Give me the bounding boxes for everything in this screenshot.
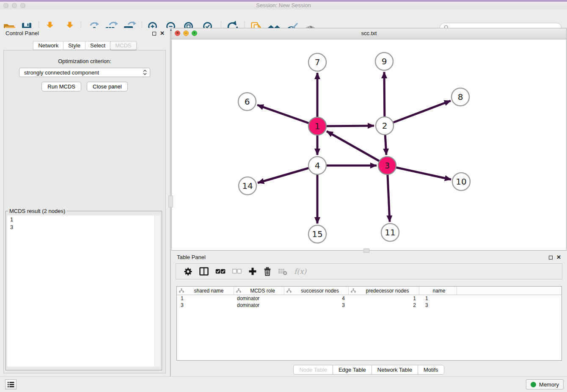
cell-shared-name: 3 [177, 302, 234, 308]
memory-status-icon [531, 382, 536, 387]
result-scrollbar[interactable] [154, 215, 160, 367]
table-row[interactable]: 3 dominator 3 2 3 [177, 302, 561, 309]
svg-text:8: 8 [458, 92, 463, 102]
node-10[interactable]: 10 [452, 173, 470, 190]
node-1[interactable]: 1 [308, 117, 326, 135]
column-header-mcds-role[interactable]: MCDS role [234, 287, 284, 295]
svg-text:7: 7 [315, 57, 320, 67]
network-view-window: ✕ − + scc.txt 7 9 6 8 1 2 [171, 28, 567, 251]
close-panel-button[interactable]: Close panel [87, 82, 128, 91]
cell-predecessor-nodes: 1 [349, 295, 419, 301]
network-canvas[interactable]: 7 9 6 8 1 2 4 3 14 10 15 11 [172, 39, 566, 250]
tab-style[interactable]: Style [63, 41, 85, 50]
cell-name: 3 [419, 302, 457, 308]
minimize-window-button[interactable] [12, 3, 17, 8]
table-panel: Table Panel ✕ f(x) shared name MCDS role… [171, 252, 567, 377]
table-tabs: Node Table Edge Table Network Table Moti… [171, 365, 567, 375]
node-14[interactable]: 14 [239, 177, 256, 195]
vertical-splitter-handle[interactable] [168, 196, 173, 207]
node-6[interactable]: 6 [238, 93, 256, 110]
network-minimize-icon[interactable]: − [183, 30, 189, 36]
node-15[interactable]: 15 [308, 225, 326, 243]
function-builder-icon[interactable]: f(x) [294, 267, 306, 276]
sort-tree-icon [286, 288, 292, 293]
control-panel-tabs: Network Style Select MCDS [0, 41, 170, 50]
edge-1-6[interactable] [257, 105, 317, 126]
svg-text:4: 4 [315, 160, 320, 171]
node-9[interactable]: 9 [375, 52, 393, 70]
settings-gear-icon[interactable] [184, 267, 193, 276]
control-panel-title: Control Panel [0, 28, 170, 39]
node-4[interactable]: 4 [308, 157, 326, 174]
sort-tree-icon [236, 288, 241, 293]
task-history-button[interactable] [5, 379, 17, 389]
control-panel: Control Panel ✕ Network Style Select MCD… [0, 28, 171, 377]
network-window-title: scc.txt [172, 28, 566, 39]
show-columns-icon[interactable] [199, 267, 209, 276]
list-icon [7, 381, 14, 388]
node-8[interactable]: 8 [451, 88, 469, 106]
mcds-result-title: MCDS result (2 nodes) [8, 208, 66, 214]
svg-text:11: 11 [385, 227, 395, 237]
column-header-name[interactable]: name [419, 287, 457, 295]
table-row[interactable]: 1 dominator 4 1 1 [177, 295, 561, 302]
float-panel-icon[interactable] [152, 32, 156, 36]
tab-node-table[interactable]: Node Table [293, 365, 333, 375]
edge-3-1[interactable] [327, 131, 387, 166]
node-7[interactable]: 7 [308, 53, 326, 71]
column-header-successor-nodes[interactable]: successor nodes [284, 287, 349, 295]
cell-shared-name: 1 [177, 295, 234, 301]
tab-motifs[interactable]: Motifs [418, 365, 444, 375]
svg-text:15: 15 [312, 229, 322, 239]
svg-text:1: 1 [315, 121, 320, 131]
network-maximize-icon[interactable]: + [192, 30, 197, 36]
node-3[interactable]: 3 [378, 157, 396, 174]
zoom-window-button[interactable] [20, 3, 25, 8]
edge-3-10[interactable] [387, 166, 451, 179]
unselect-all-icon[interactable] [232, 269, 242, 274]
horizontal-splitter-handle[interactable] [363, 248, 369, 253]
tab-select[interactable]: Select [85, 41, 110, 50]
window-title: Session: New Session [0, 2, 567, 9]
app-titlebar: Session: New Session [0, 2, 567, 10]
delete-row-icon[interactable] [264, 267, 271, 276]
tab-network-table[interactable]: Network Table [372, 365, 418, 375]
criterion-dropdown[interactable]: strongly connected component [19, 68, 150, 77]
result-node: 1 [7, 215, 160, 223]
table-header-row: shared name MCDS role successor nodes pr… [177, 287, 561, 295]
select-all-icon[interactable] [215, 268, 226, 274]
main-toolbar [0, 9, 567, 28]
cell-predecessor-nodes: 2 [349, 302, 419, 308]
close-panel-icon[interactable]: ✕ [160, 31, 165, 36]
tab-network[interactable]: Network [33, 41, 63, 50]
memory-label: Memory [539, 381, 559, 388]
window-controls [3, 3, 25, 8]
float-table-panel-icon[interactable] [549, 256, 553, 259]
control-panel-header: Control Panel ✕ [0, 28, 170, 39]
tab-mcds[interactable]: MCDS [110, 41, 136, 50]
node-11[interactable]: 11 [381, 224, 399, 241]
sort-tree-icon [179, 288, 184, 293]
add-row-icon[interactable] [248, 267, 257, 276]
table-panel-title: Table Panel [171, 252, 567, 263]
svg-text:2: 2 [382, 121, 388, 131]
close-table-panel-icon[interactable]: ✕ [556, 255, 561, 259]
table-toolbar: f(x) [176, 263, 562, 279]
mcds-result-list: 1 3 [7, 215, 160, 367]
column-header-predecessor-nodes[interactable]: predecessor nodes [349, 287, 419, 295]
run-mcds-button[interactable]: Run MCDS [41, 82, 81, 91]
sort-tree-icon [351, 288, 356, 293]
tab-edge-table[interactable]: Edge Table [333, 365, 372, 375]
cell-successor-nodes: 4 [284, 295, 349, 301]
node-2[interactable]: 2 [376, 117, 394, 135]
table-panel-header: Table Panel ✕ [171, 252, 567, 263]
network-close-icon[interactable]: ✕ [175, 30, 180, 36]
column-header-shared-name[interactable]: shared name [177, 287, 234, 295]
close-window-button[interactable] [3, 3, 8, 8]
delete-table-icon[interactable] [278, 268, 287, 276]
memory-button[interactable]: Memory [526, 379, 564, 389]
dropdown-arrows-icon [143, 70, 147, 75]
result-node: 3 [7, 223, 160, 231]
svg-text:3: 3 [385, 160, 390, 171]
edge-2-8[interactable] [385, 101, 451, 126]
